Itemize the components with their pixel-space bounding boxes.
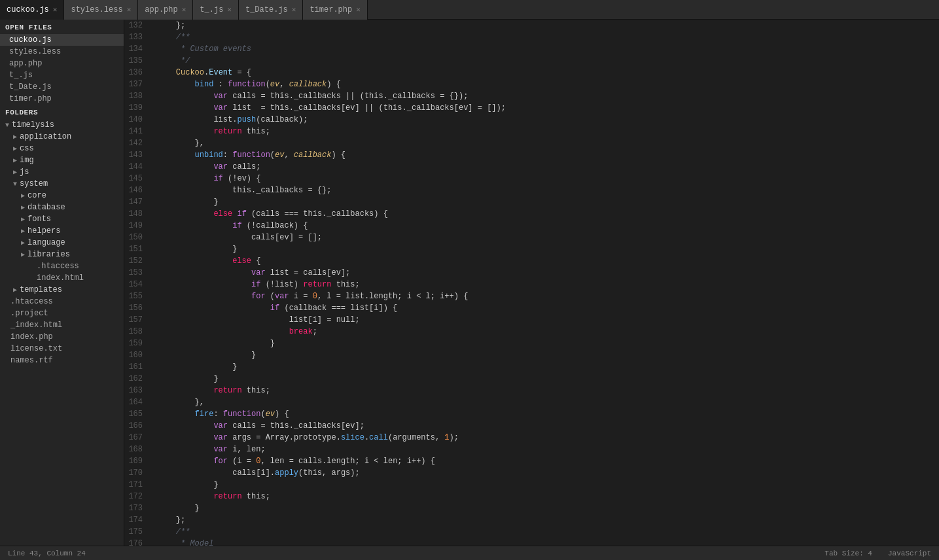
sidebar-file-app[interactable]: app.php [0,58,124,69]
open-files-title: OPEN FILES [0,20,124,34]
code-line-137: Cuckoo.Event = { [157,67,939,79]
code-line-174: calls[i].apply(this, args); [157,467,939,479]
code-line-134: /** [157,31,939,43]
folder-templates[interactable]: ▶ templates [0,284,124,296]
code-line-138: bind : function(ev, callback) { [157,79,939,90]
code-line-140: var list = this._callbacks[ev] || (this.… [157,102,939,114]
file-index-html-system[interactable]: index.html [0,272,124,284]
tab-label: t_.js [200,5,223,14]
folder-name: application [20,132,71,141]
tab-t-js[interactable]: t_.js ✕ [193,0,239,20]
code-line-154: else { [157,255,939,267]
expand-icon: ▶ [13,133,17,141]
tab-cuckoo-js[interactable]: cuckoo.js ✕ [0,0,64,20]
folder-img[interactable]: ▶ img [0,154,124,166]
code-line-132: }; [157,20,939,31]
folder-system[interactable]: ▼ system [0,178,124,190]
folder-libraries[interactable]: ▶ libraries [0,249,124,260]
main-area: OPEN FILES cuckoo.js styles.less app.php… [0,20,939,546]
folder-name: core [27,191,46,200]
folder-timelysis[interactable]: ▼ timelysis [0,119,124,131]
file-index-php[interactable]: index.php [0,331,124,343]
language: JavaScript [888,550,931,557]
tab-styles-less[interactable]: styles.less ✕ [64,0,138,20]
tab-label: app.php [145,5,177,14]
code-line-150: else if (calls === this._callbacks) { [157,208,939,220]
folder-database[interactable]: ▶ database [0,201,124,213]
folder-name: fonts [27,215,51,224]
sidebar-file-timer[interactable]: timer.php [0,93,124,105]
folder-name: system [20,179,48,188]
code-line-169: var calls = this._callbacks[ev]; [157,420,939,432]
close-icon[interactable]: ✕ [127,7,132,14]
file-index-html[interactable]: _index.html [0,319,124,331]
code-line-171: var i, len; [157,444,939,455]
tab-label: styles.less [71,5,122,14]
tab-bar: cuckoo.js ✕ styles.less ✕ app.php ✕ t_.j… [0,0,939,20]
expand-icon: ▶ [21,192,25,200]
folder-name: helpers [27,226,60,236]
code-line-175: } [157,479,939,491]
code-line-166: }, [157,396,939,408]
sidebar-file-t-date[interactable]: t_Date.js [0,81,124,93]
folder-name: js [20,167,29,177]
folder-css[interactable]: ▶ css [0,143,124,154]
close-icon[interactable]: ✕ [53,7,58,14]
code-line-165: return this; [157,385,939,396]
folder-helpers[interactable]: ▶ helpers [0,225,124,237]
code-line-177: } [157,502,939,514]
code-line-152: calls[ev] = []; [157,232,939,243]
code-line-162: } [157,349,939,361]
folder-application[interactable]: ▶ application [0,131,124,143]
file-htaccess[interactable]: .htaccess [0,296,124,307]
line-numbers: 132 133 134 135 136 137 138 139 140 141 … [124,20,152,546]
file-htaccess-system[interactable]: .htaccess [0,260,124,272]
file-license[interactable]: license.txt [0,343,124,355]
code-line-173: for (i = 0, len = calls.length; i < len;… [157,455,939,467]
sidebar-file-styles[interactable]: styles.less [0,46,124,58]
folder-fonts[interactable]: ▶ fonts [0,213,124,225]
code-line-156: if (!list) return this; [157,279,939,290]
status-bar: Line 43, Column 24 Tab Size: 4 JavaScrip… [0,546,939,560]
tab-app-php[interactable]: app.php ✕ [138,0,193,20]
tab-label: t_Date.js [245,5,288,14]
code-line-136: */ [157,55,939,67]
code-line-147: if (!ev) { [157,173,939,184]
code-line-178: }; [157,514,939,526]
code-content[interactable]: }; /** * Custom events */ Cuckoo.Event =… [152,20,939,546]
code-line-142: return this; [157,126,939,137]
file-names[interactable]: names.rtf [0,355,124,366]
close-icon[interactable]: ✕ [227,7,232,14]
code-editor[interactable]: 132 133 134 135 136 137 138 139 140 141 … [124,20,939,546]
close-icon[interactable]: ✕ [292,7,296,14]
tab-t-date-js[interactable]: t_Date.js ✕ [239,0,303,20]
folder-name: language [27,238,65,247]
code-line-153: } [157,243,939,255]
folder-name: img [20,156,34,165]
code-line-170: var args = Array.prototype.slice.call(ar… [157,432,939,444]
expand-icon: ▶ [13,286,17,294]
expand-icon: ▶ [13,156,17,164]
code-line-163: } [157,361,939,373]
code-line-181: * Model [157,538,939,546]
tab-timer-php[interactable]: timer.php ✕ [303,0,367,20]
expand-icon: ▶ [13,168,17,176]
expand-icon: ▶ [13,145,17,152]
close-icon[interactable]: ✕ [356,7,361,14]
code-line-146: var calls; [157,161,939,173]
close-icon[interactable]: ✕ [182,7,186,14]
folder-language[interactable]: ▶ language [0,237,124,249]
code-line-164: } [157,373,939,385]
folder-name: timelysis [12,120,54,130]
sidebar-file-t-js[interactable]: t_.js [0,69,124,81]
folders-title: FOLDERS [0,105,124,119]
sidebar-file-cuckoo[interactable]: cuckoo.js [0,34,124,46]
folder-core[interactable]: ▶ core [0,190,124,201]
tab-size: Tab Size: 4 [824,550,872,557]
code-line-155: var list = calls[ev]; [157,267,939,279]
file-project[interactable]: .project [0,307,124,319]
code-line-158: if (callback === list[i]) { [157,302,939,314]
folder-js[interactable]: ▶ js [0,166,124,178]
code-line-145: unbind: function(ev, callback) { [157,149,939,161]
folder-name: database [27,203,65,212]
